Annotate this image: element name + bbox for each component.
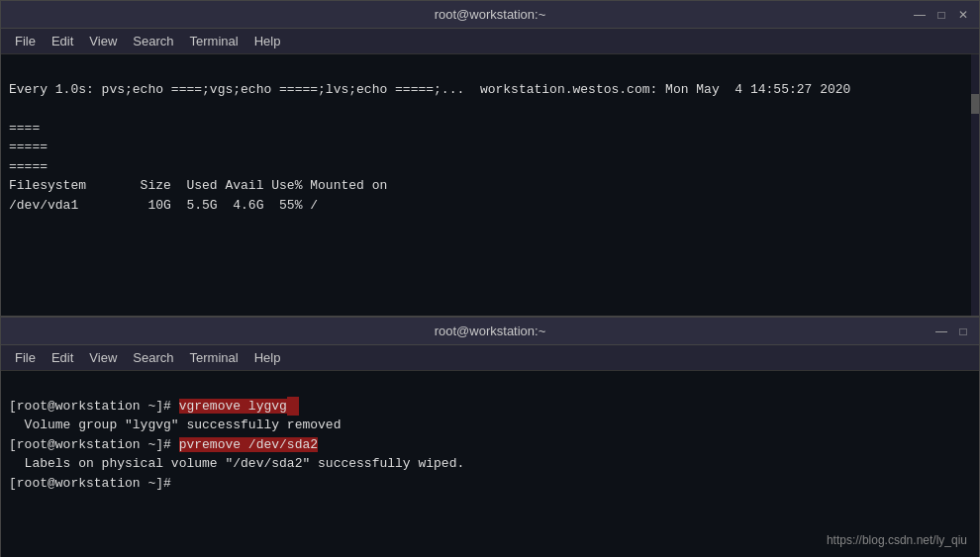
top-terminal-content: Every 1.0s: pvs;echo ====;vgs;echo =====… bbox=[1, 54, 979, 316]
top-content-wrapper: Every 1.0s: pvs;echo ====;vgs;echo =====… bbox=[1, 54, 979, 316]
bottom-line-3: [root@workstation ~]# pvremove /dev/sda2 bbox=[9, 437, 318, 452]
bottom-menu-search[interactable]: Search bbox=[127, 350, 179, 365]
vgremove-command: vgremove lygvg bbox=[179, 399, 287, 414]
bottom-menu-terminal[interactable]: Terminal bbox=[184, 350, 245, 365]
bottom-line-1: [root@workstation ~]# vgremove lygvg bbox=[9, 399, 299, 414]
bottom-line-5: [root@workstation ~]# bbox=[9, 476, 179, 491]
top-minimize-button[interactable]: — bbox=[912, 7, 928, 23]
top-close-button[interactable]: ✕ bbox=[955, 7, 971, 23]
top-title-bar: root@workstation:~ — □ ✕ bbox=[1, 1, 979, 29]
bottom-line-2: Volume group "lygvg" successfully remove… bbox=[9, 418, 341, 432]
bottom-menu-help[interactable]: Help bbox=[248, 350, 287, 365]
bottom-minimize-button[interactable]: — bbox=[933, 324, 949, 339]
bottom-terminal-window: root@workstation:~ — □ File Edit View Se… bbox=[0, 317, 980, 557]
top-line-1: Every 1.0s: pvs;echo ====;vgs;echo =====… bbox=[9, 82, 850, 97]
top-menu-bar: File Edit View Search Terminal Help bbox=[1, 29, 979, 54]
top-line-4: ===== bbox=[9, 139, 48, 154]
top-window-controls[interactable]: — □ ✕ bbox=[912, 7, 971, 23]
bottom-maximize-button[interactable]: □ bbox=[955, 324, 971, 339]
top-menu-search[interactable]: Search bbox=[127, 34, 179, 48]
top-terminal-window: root@workstation:~ — □ ✕ File Edit View … bbox=[0, 0, 980, 317]
bottom-menu-bar: File Edit View Search Terminal Help bbox=[1, 345, 979, 371]
bottom-title-bar: root@workstation:~ — □ bbox=[1, 318, 979, 345]
watermark: https://blog.csdn.net/ly_qiu bbox=[827, 531, 967, 549]
bottom-menu-edit[interactable]: Edit bbox=[46, 350, 79, 365]
bottom-window-title: root@workstation:~ bbox=[435, 324, 546, 338]
bottom-window-controls[interactable]: — □ bbox=[933, 324, 971, 339]
top-window-title: root@workstation:~ bbox=[435, 7, 546, 22]
pvremove-command: pvremove /dev/sda2 bbox=[179, 437, 318, 452]
top-menu-view[interactable]: View bbox=[83, 34, 123, 48]
bottom-terminal-content: [root@workstation ~]# vgremove lygvg Vol… bbox=[1, 371, 979, 557]
top-scrollbar-thumb[interactable] bbox=[971, 94, 979, 114]
top-line-7: /dev/vda1 10G 5.5G 4.6G 55% / bbox=[9, 198, 318, 213]
bottom-menu-view[interactable]: View bbox=[83, 350, 123, 365]
bottom-menu-file[interactable]: File bbox=[9, 350, 42, 365]
bottom-line-4: Labels on physical volume "/dev/sda2" su… bbox=[9, 456, 464, 471]
top-menu-help[interactable]: Help bbox=[248, 34, 287, 48]
top-line-5: ===== bbox=[9, 159, 48, 174]
top-scrollbar[interactable] bbox=[971, 54, 979, 316]
top-line-3: ==== bbox=[9, 121, 40, 136]
top-maximize-button[interactable]: □ bbox=[933, 7, 949, 23]
top-menu-terminal[interactable]: Terminal bbox=[184, 34, 245, 48]
top-menu-file[interactable]: File bbox=[9, 34, 42, 48]
top-menu-edit[interactable]: Edit bbox=[46, 34, 79, 48]
top-line-6: Filesystem Size Used Avail Use% Mounted … bbox=[9, 178, 387, 193]
